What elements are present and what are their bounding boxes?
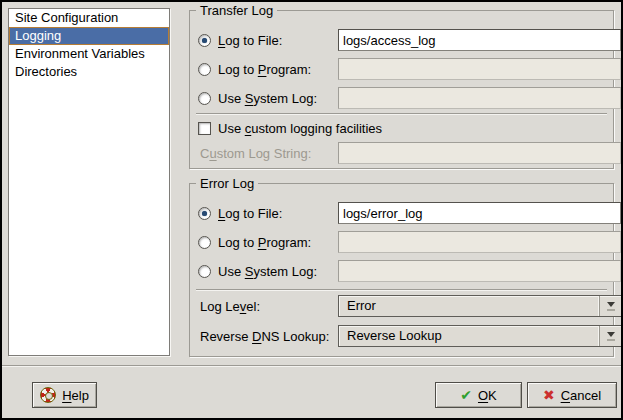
reverse-dns-dropdown[interactable]: Reverse Lookup [338,325,622,347]
error-log-file-input[interactable] [338,202,621,224]
action-area-separator [2,365,621,367]
transfer-log-group: Transfer Log Log to File: Log to Program… [189,10,614,169]
use-custom-logging-label: Use custom logging facilities [218,121,382,136]
sidebar-item-directories[interactable]: Directories [9,63,169,81]
reverse-dns-value: Reverse Lookup [339,326,599,346]
error-use-system-log-radio[interactable] [198,265,211,278]
sidebar-item-site-configuration[interactable]: Site Configuration [9,9,169,27]
transfer-log-to-file-radio[interactable] [198,34,211,47]
x-icon: ✖ [543,388,555,402]
sidebar-item-environment-variables[interactable]: Environment Variables [9,45,169,63]
transfer-log-file-input[interactable] [338,29,621,51]
help-button-label: Help [62,388,89,403]
error-log-to-file-radio[interactable] [198,207,211,220]
error-system-log-input [338,260,621,282]
reverse-dns-row: Reverse DNS Lookup: Reverse Lookup [198,325,603,347]
cancel-button[interactable]: ✖ Cancel [527,382,617,408]
log-level-dropdown[interactable]: Error [338,295,622,317]
check-icon: ✔ [460,388,472,402]
transfer-log-to-file-row: Log to File: [198,29,603,51]
log-level-label: Log Level: [200,299,260,314]
error-log-to-program-radio[interactable] [198,236,211,249]
chevron-down-icon [599,296,621,316]
lifebuoy-help-icon [40,387,56,403]
chevron-down-icon [599,326,621,346]
use-custom-logging-row: Use custom logging facilities [198,120,603,136]
error-use-system-log-row: Use System Log: [198,260,603,282]
transfer-log-to-program-radio[interactable] [198,63,211,76]
transfer-log-to-program-label: Log to Program: [218,62,311,77]
custom-log-string-input [338,142,621,164]
ok-button-label: OK [478,388,497,403]
error-log-group: Error Log Log to File: Log to Program: U… [189,183,614,357]
error-use-system-log-label: Use System Log: [218,264,317,279]
sidebar-item-logging[interactable]: Logging [9,27,169,45]
ok-button[interactable]: ✔ OK [435,382,522,408]
transfer-system-log-input [338,87,621,109]
error-log-title: Error Log [196,176,258,191]
error-log-program-input [338,231,621,253]
cancel-button-label: Cancel [561,388,601,403]
category-list: Site Configuration Logging Environment V… [8,8,170,356]
log-level-row: Log Level: Error [198,295,603,317]
use-custom-logging-checkbox[interactable] [198,122,211,135]
transfer-use-system-log-radio[interactable] [198,92,211,105]
transfer-use-system-log-row: Use System Log: [198,87,603,109]
error-log-to-file-row: Log to File: [198,202,603,224]
transfer-log-to-file-label: Log to File: [218,33,282,48]
transfer-log-title: Transfer Log [196,3,277,18]
help-button[interactable]: Help [32,382,97,408]
transfer-log-separator [196,113,607,115]
log-level-value: Error [339,296,599,316]
error-log-to-program-label: Log to Program: [218,235,311,250]
error-log-separator [196,289,607,291]
custom-log-string-row: Custom Log String: [198,142,603,164]
custom-log-string-label: Custom Log String: [200,146,311,161]
reverse-dns-label: Reverse DNS Lookup: [200,329,329,344]
transfer-log-program-input [338,58,621,80]
logging-settings-dialog: Site Configuration Logging Environment V… [0,0,623,420]
transfer-log-to-program-row: Log to Program: [198,58,603,80]
transfer-use-system-log-label: Use System Log: [218,91,317,106]
error-log-to-file-label: Log to File: [218,206,282,221]
error-log-to-program-row: Log to Program: [198,231,603,253]
